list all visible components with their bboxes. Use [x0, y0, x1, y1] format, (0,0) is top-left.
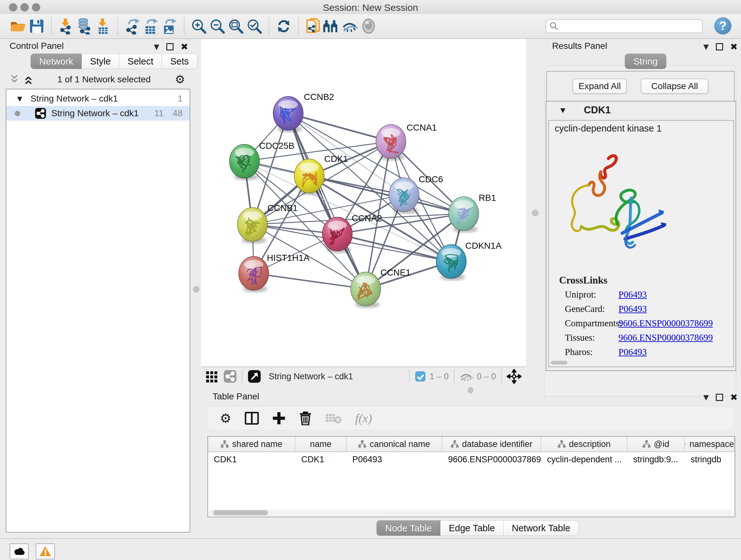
search-box[interactable] [546, 19, 703, 33]
table-cell[interactable]: P06493 [347, 455, 442, 464]
network-edge-HIST1H1A-CCNE1[interactable] [254, 273, 366, 289]
show-columns-icon[interactable] [245, 412, 259, 425]
column-header-shared-name[interactable]: shared name [208, 437, 295, 451]
table-hscroll-thumb[interactable] [213, 510, 268, 515]
tree-expand-triangle-icon[interactable]: ▼ [17, 95, 22, 103]
table-hscrollbar[interactable] [209, 509, 733, 516]
show-all-button[interactable] [359, 17, 378, 36]
import-network-database-button[interactable] [75, 17, 94, 36]
import-network-file-button[interactable] [57, 17, 75, 36]
table-cell[interactable]: stringdb [685, 455, 735, 464]
collapse-panel-icon[interactable]: ▼ [703, 43, 709, 51]
protein-section-header[interactable]: ▼ CDK1 [546, 102, 736, 119]
create-column-plus-icon[interactable] [272, 412, 286, 425]
float-panel-icon[interactable] [716, 394, 723, 401]
help-button[interactable]: ? [714, 17, 731, 35]
selected-checkbox-icon[interactable] [415, 371, 426, 382]
zoom-selected-button[interactable] [245, 17, 264, 36]
cloud-button[interactable] [10, 543, 29, 559]
crosslink-link[interactable]: P06493 [618, 347, 647, 360]
search-icon [549, 22, 558, 30]
gear-icon[interactable]: ⚙ [175, 73, 185, 86]
zoom-in-button[interactable] [190, 17, 208, 36]
delete-column-trash-icon[interactable] [299, 411, 312, 425]
import-table-file-button[interactable] [94, 17, 112, 36]
table-row[interactable]: CDK1CDK1P064939606.ENSP00000378699cyclin… [208, 452, 735, 467]
network-node-CCNA1[interactable]: CCNA1 [376, 123, 437, 161]
expand-all-button[interactable]: Expand All [572, 78, 627, 94]
warnings-button[interactable] [36, 543, 55, 559]
results-hscroll-thumb[interactable] [551, 361, 567, 365]
section-collapse-triangle-icon[interactable]: ▼ [560, 106, 565, 114]
export-image-button[interactable] [160, 17, 179, 36]
table-body: CDK1CDK1P064939606.ENSP00000378699cyclin… [208, 452, 735, 467]
collapse-panel-icon[interactable]: ▼ [703, 393, 709, 401]
close-panel-icon[interactable]: ✖ [181, 42, 188, 52]
tab-sets[interactable]: Sets [162, 54, 197, 69]
column-header-@id[interactable]: @id [627, 437, 685, 451]
expand-all-chevrons-icon[interactable] [10, 74, 19, 85]
hide-selected-button[interactable] [341, 17, 359, 36]
network-node-RB1[interactable]: RB1 [449, 193, 496, 233]
refresh-button[interactable] [274, 17, 293, 36]
tab-network-table[interactable]: Network Table [503, 520, 579, 536]
network-row-selected[interactable]: String Network – cdk1 11 48 [6, 106, 190, 121]
table-cell[interactable]: CDK1 [208, 455, 295, 464]
function-builder-icon[interactable]: f(x) [355, 411, 372, 425]
tab-style[interactable]: Style [82, 54, 119, 69]
column-header-description[interactable]: description [541, 437, 627, 451]
open-session-button[interactable] [9, 17, 27, 36]
float-panel-icon[interactable] [716, 43, 723, 51]
zoom-fit-button[interactable] [226, 17, 245, 36]
save-session-button[interactable] [27, 17, 46, 36]
collapse-all-button[interactable]: Collapse All [641, 78, 709, 94]
network-node-HIST1H1A[interactable]: HIST1H1A [239, 253, 310, 293]
float-panel-icon[interactable] [166, 43, 174, 51]
column-header-name[interactable]: name [295, 437, 347, 451]
table-gear-icon[interactable]: ⚙ [220, 411, 231, 426]
network-node-CDKN1A[interactable]: CDKN1A [436, 241, 502, 281]
first-neighbors-button[interactable] [322, 17, 341, 36]
collapse-all-chevrons-icon[interactable] [23, 74, 33, 85]
network-collection-row[interactable]: ▼ String Network – cdk1 1 [6, 91, 190, 106]
column-header-database-identifier[interactable]: database identifier [442, 437, 541, 451]
export-network-button[interactable] [123, 17, 142, 36]
delete-table-icon[interactable] [325, 412, 342, 424]
table-cell[interactable]: cyclin-dependent ... [541, 455, 627, 464]
crosslink-link[interactable]: 9606.ENSP00000378699 [618, 318, 713, 331]
network-canvas[interactable]: CCNB2CCNA1CDC25BCDK1CDC6RB1CCNB1CCNA2CDK… [201, 39, 526, 367]
crosslink-link[interactable]: P06493 [618, 304, 647, 316]
open-in-window-icon[interactable] [248, 370, 261, 383]
collapse-panel-icon[interactable]: ▼ [154, 43, 159, 51]
column-header-canonical-name[interactable]: canonical name [347, 437, 442, 451]
protein-name: CDK1 [584, 105, 610, 116]
fit-selected-crosshair-icon[interactable] [507, 369, 522, 384]
left-splitter-handle[interactable] [193, 286, 199, 293]
network-node-CCNE1[interactable]: CCNE1 [351, 267, 411, 308]
string-style-icon[interactable] [223, 370, 237, 383]
table-cell[interactable]: CDK1 [295, 455, 347, 464]
column-header-namespace[interactable]: namespace [685, 437, 735, 451]
birds-eye-grid-icon[interactable] [205, 370, 218, 383]
search-input[interactable] [558, 21, 694, 32]
right-splitter-handle[interactable] [532, 210, 538, 216]
duplicate-network-button[interactable] [304, 17, 322, 36]
crosslink-link[interactable]: P06493 [618, 289, 647, 302]
tab-network[interactable]: Network [30, 54, 82, 69]
network-node-CCNB1[interactable]: CCNB1 [238, 203, 298, 244]
close-panel-icon[interactable]: ✖ [730, 392, 738, 402]
tab-node-table[interactable]: Node Table [377, 520, 441, 536]
bottom-splitter-handle[interactable] [468, 387, 473, 393]
table-cell[interactable]: 9606.ENSP00000378699 [442, 455, 541, 464]
close-panel-icon[interactable]: ✖ [730, 42, 738, 52]
tab-select[interactable]: Select [119, 54, 162, 69]
tab-string[interactable]: String [625, 54, 666, 69]
network-node-CCNB2[interactable]: CCNB2 [273, 92, 334, 132]
zoom-out-button[interactable] [208, 17, 226, 36]
crosslink-link[interactable]: 9606.ENSP00000378699 [618, 332, 713, 345]
table-cell[interactable]: stringdb:9... [627, 455, 685, 464]
network-node-CDC6[interactable]: CDC6 [389, 174, 443, 214]
export-table-button[interactable] [142, 17, 160, 36]
node-table[interactable]: shared namenamecanonical namedatabase id… [207, 436, 735, 517]
tab-edge-table[interactable]: Edge Table [441, 520, 503, 536]
